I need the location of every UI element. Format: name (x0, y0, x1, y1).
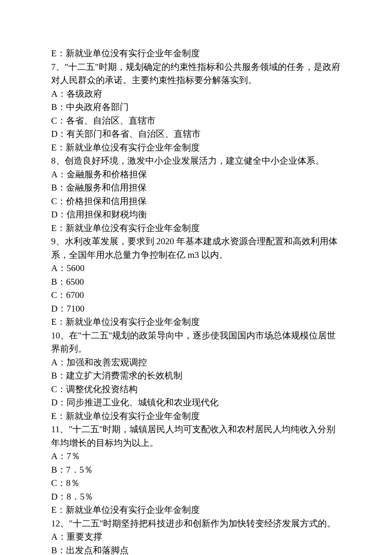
text-line: D：7100 (51, 302, 341, 316)
text-line: E：新就业单位没有实行企业年金制度 (51, 141, 341, 155)
text-line: C：调整优化投资结构 (51, 383, 341, 396)
text-line: B：出发点和落脚点 (51, 544, 341, 555)
text-line: E：新就业单位没有实行企业年金制度 (51, 410, 341, 423)
text-line: A：加强和改善宏观调控 (51, 356, 341, 370)
text-line: E：新就业单位没有实行企业年金制度 (51, 315, 341, 329)
text-line: D：同步推进工业化、城镇化和农业现代化 (51, 396, 341, 410)
text-line: A：金融服务和价格担保 (51, 168, 341, 182)
text-line: A：5600 (51, 262, 341, 275)
text-line: 11、"十二五"时期，城镇居民人均可支配收入和农村居民人均纯收入分别年均增长的目… (51, 423, 341, 450)
text-line: E：新就业单位没有实行企业年金制度 (51, 222, 341, 235)
text-line: D：信用担保和财税均衡 (51, 208, 341, 222)
text-line: B：建立扩大消费需求的长效机制 (51, 369, 341, 383)
text-line: 9、水利改革发展，要求到 2020 年基本建成水资源合理配置和高效利用体系，全国… (51, 235, 341, 262)
text-line: 12、"十二五"时期坚持把科技进步和创新作为加快转变经济发展方式的。 (51, 517, 341, 531)
text-line: B：7．5％ (51, 463, 341, 477)
text-line: D：8．5％ (51, 490, 341, 504)
text-line: E：新就业单位没有实行企业年金制度 (51, 47, 341, 61)
text-line: C：各省、自治区、直辖市 (51, 114, 341, 128)
text-line: A：7％ (51, 450, 341, 463)
text-line: 8、创造良好环境，激发中小企业发展活力，建立健全中小企业体系。 (51, 154, 341, 168)
text-line: B：6500 (51, 275, 341, 289)
text-line: C：8％ (51, 477, 341, 490)
text-line: A：各级政府 (51, 87, 341, 101)
document-page: E：新就业单位没有实行企业年金制度 7、"十二五"时期，规划确定的约束性指标和公… (0, 0, 392, 555)
text-line: A：重要支撑 (51, 530, 341, 544)
text-line: E：新就业单位没有实行企业年金制度 (51, 503, 341, 517)
text-line: B：中央政府各部门 (51, 101, 341, 114)
text-line: D：有关部门和各省、自治区、直辖市 (51, 127, 341, 141)
text-line: B：金融服务和信用担保 (51, 181, 341, 195)
text-line: 10、在"十二五"规划的政策导向中，逐步使我国国内市场总体规模位居世界前列。 (51, 329, 341, 356)
text-line: C：价格担保和信用担保 (51, 195, 341, 208)
text-line: 7、"十二五"时期，规划确定的约束性指标和公共服务领域的任务，是政府对人民群众的… (51, 61, 341, 87)
text-line: C：6700 (51, 289, 341, 302)
